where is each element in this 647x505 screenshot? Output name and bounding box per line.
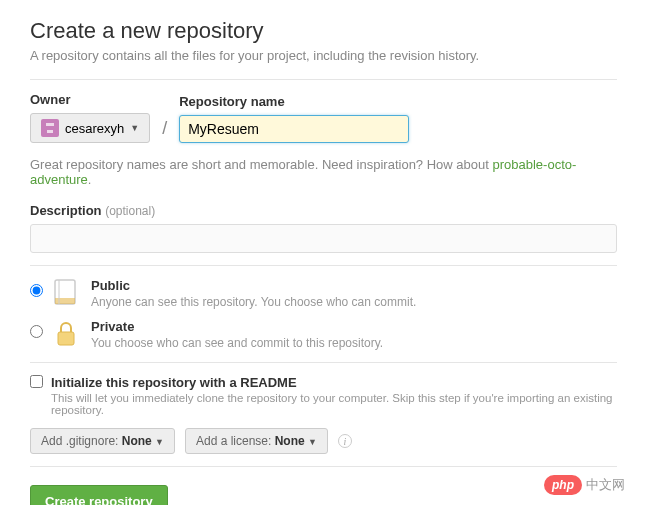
public-radio[interactable] bbox=[30, 284, 43, 297]
description-label: Description (optional) bbox=[30, 203, 617, 218]
divider bbox=[30, 79, 617, 80]
private-title: Private bbox=[91, 319, 134, 334]
owner-username: cesarexyh bbox=[65, 121, 124, 136]
private-sub: You choose who can see and commit to thi… bbox=[91, 336, 383, 350]
public-title: Public bbox=[91, 278, 130, 293]
divider bbox=[30, 466, 617, 467]
avatar bbox=[41, 119, 59, 137]
readme-sub: This will let you immediately clone the … bbox=[51, 392, 617, 416]
readme-checkbox[interactable] bbox=[30, 375, 43, 388]
svg-rect-2 bbox=[47, 130, 53, 133]
description-input[interactable] bbox=[30, 224, 617, 253]
repo-name-input[interactable] bbox=[179, 115, 409, 143]
repo-icon bbox=[53, 278, 81, 308]
svg-rect-4 bbox=[55, 298, 75, 304]
svg-rect-6 bbox=[58, 332, 74, 345]
create-repository-button[interactable]: Create repository bbox=[30, 485, 168, 505]
name-hint: Great repository names are short and mem… bbox=[30, 157, 617, 187]
svg-rect-1 bbox=[46, 123, 54, 126]
divider bbox=[30, 265, 617, 266]
info-icon[interactable]: i bbox=[338, 434, 352, 448]
chevron-down-icon: ▼ bbox=[130, 123, 139, 133]
license-select[interactable]: Add a license: None ▼ bbox=[185, 428, 328, 454]
lock-icon bbox=[53, 319, 81, 349]
public-sub: Anyone can see this repository. You choo… bbox=[91, 295, 416, 309]
slash-separator: / bbox=[160, 118, 169, 143]
repo-label: Repository name bbox=[179, 94, 409, 109]
owner-label: Owner bbox=[30, 92, 150, 107]
chevron-down-icon: ▼ bbox=[308, 437, 317, 447]
gitignore-select[interactable]: Add .gitignore: None ▼ bbox=[30, 428, 175, 454]
divider bbox=[30, 362, 617, 363]
page-subtitle: A repository contains all the files for … bbox=[30, 48, 617, 63]
chevron-down-icon: ▼ bbox=[155, 437, 164, 447]
private-radio[interactable] bbox=[30, 325, 43, 338]
readme-title: Initialize this repository with a README bbox=[51, 375, 297, 390]
watermark: php 中文网 bbox=[544, 475, 625, 495]
page-title: Create a new repository bbox=[30, 18, 617, 44]
owner-select[interactable]: cesarexyh ▼ bbox=[30, 113, 150, 143]
